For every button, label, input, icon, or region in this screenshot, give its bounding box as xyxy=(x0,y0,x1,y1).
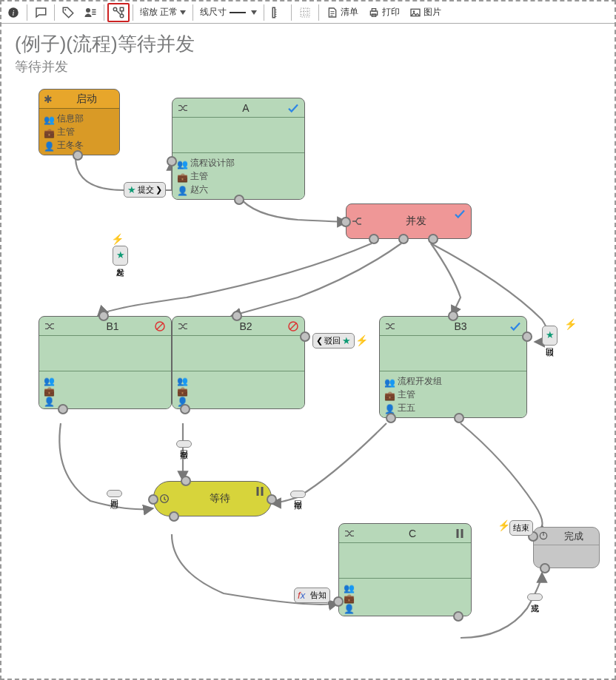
flow-view-button[interactable] xyxy=(107,3,130,22)
edge-label-notify[interactable]: fx 告知 xyxy=(294,588,330,603)
toolbar: i 缩放 正常 线尺寸 清单 打印 图片 xyxy=(1,1,615,24)
chevron-down-icon xyxy=(251,10,257,15)
comment-icon xyxy=(34,6,47,19)
role-icon: 💼 xyxy=(44,127,54,137)
user-icon: 👤 xyxy=(44,140,54,150)
edge-label-end[interactable]: 结束 xyxy=(509,520,533,536)
line-size-label: 线尺寸 xyxy=(200,6,227,18)
image-button[interactable]: 图片 xyxy=(405,3,445,22)
node-fork[interactable]: 并发 xyxy=(346,203,472,239)
node-b1[interactable]: B1 👥 💼 👤 xyxy=(38,316,172,409)
svg-text:i: i xyxy=(13,8,15,16)
svg-rect-10 xyxy=(273,7,275,18)
workflow-editor: i 缩放 正常 线尺寸 清单 打印 图片 (例子)(流程)等待并发 等待并发 xyxy=(0,0,616,680)
svg-rect-4 xyxy=(92,9,96,10)
node-title: A xyxy=(192,102,300,114)
info-button[interactable]: i xyxy=(3,3,24,22)
user-list-icon xyxy=(84,6,97,19)
role-icon: 💼 xyxy=(177,171,187,181)
node-title: 启动 xyxy=(58,92,115,106)
group-icon: 👥 xyxy=(177,158,187,168)
node-wait[interactable]: 等待 xyxy=(153,481,272,516)
shuffle-icon xyxy=(177,102,189,114)
user-icon: 👤 xyxy=(344,602,354,613)
assign-button[interactable] xyxy=(80,3,101,22)
zoom-select[interactable]: 缩放 正常 xyxy=(136,3,190,22)
chevron-right-icon: ❯ xyxy=(155,185,162,195)
edge-label-initiate[interactable]: ★发起 xyxy=(113,246,128,266)
node-b3[interactable]: B3 👥流程开发组 💼主管 👤王五 xyxy=(379,316,527,418)
zoom-label: 缩放 xyxy=(140,6,158,18)
svg-rect-23 xyxy=(457,529,459,538)
role-icon: 💼 xyxy=(344,592,354,602)
svg-point-2 xyxy=(64,9,66,10)
tag-button[interactable] xyxy=(58,3,78,22)
check-icon xyxy=(287,101,300,115)
info-icon: i xyxy=(7,6,20,19)
svg-rect-22 xyxy=(261,487,264,496)
print-icon xyxy=(367,6,381,19)
svg-rect-21 xyxy=(257,487,259,496)
zoom-value: 正常 xyxy=(160,6,178,18)
role-icon: 💼 xyxy=(177,385,187,395)
asterisk-icon: ✱ xyxy=(44,93,56,105)
flow-canvas[interactable]: (例子)(流程)等待并发 等待并发 xyxy=(1,24,615,679)
shuffle-icon xyxy=(384,320,396,332)
node-title: B1 xyxy=(58,320,167,332)
star-icon: ★ xyxy=(127,184,136,195)
edge-label-submit[interactable]: ★提交❯ xyxy=(124,182,166,198)
edge-label-reject-b2[interactable]: ❮驳回★ xyxy=(312,333,355,349)
line-size-select[interactable]: 线尺寸 xyxy=(196,3,261,22)
tag-icon xyxy=(61,6,75,19)
star-icon: ★ xyxy=(544,329,555,340)
node-title: B3 xyxy=(399,320,522,332)
edge-label-finish[interactable]: 完成 xyxy=(527,593,543,601)
svg-line-19 xyxy=(290,323,297,330)
edge-label-agree[interactable]: 同意 xyxy=(107,490,122,497)
node-b2[interactable]: B2 👥 💼 👤 xyxy=(172,316,305,409)
print-label: 打印 xyxy=(382,6,400,18)
user-icon: 👤 xyxy=(177,184,187,195)
grid-button[interactable] xyxy=(295,3,315,22)
node-done[interactable]: 完成 xyxy=(533,527,600,568)
role-icon: 💼 xyxy=(44,385,54,395)
ruler-button[interactable] xyxy=(267,3,288,22)
print-button[interactable]: 打印 xyxy=(364,3,404,22)
group-icon: 👥 xyxy=(344,582,354,592)
line-sample-icon xyxy=(230,12,246,13)
page-title: (例子)(流程)等待并发 xyxy=(15,31,195,57)
svg-line-17 xyxy=(157,323,164,330)
group-icon: 👥 xyxy=(177,374,187,385)
node-a[interactable]: A 👥流程设计部 💼主管 👤赵六 xyxy=(172,98,305,200)
grid-icon xyxy=(298,6,312,19)
pause-icon xyxy=(453,527,466,540)
user-icon: 👤 xyxy=(384,403,395,413)
chevron-down-icon xyxy=(180,10,186,15)
node-title: C xyxy=(358,528,466,539)
bolt-icon: ⚡ xyxy=(498,519,510,531)
list-button[interactable]: 清单 xyxy=(322,3,362,22)
node-title: 并发 xyxy=(366,215,466,228)
edge-label-recall-b3[interactable]: 撤回 xyxy=(290,491,306,498)
edge-label-recall-b2[interactable]: 回撤 xyxy=(176,440,192,448)
image-label: 图片 xyxy=(424,6,441,18)
bolt-icon: ⚡ xyxy=(564,318,577,330)
list-label: 清单 xyxy=(341,6,358,18)
shuffle-icon xyxy=(44,320,56,332)
image-icon xyxy=(409,6,422,19)
svg-rect-9 xyxy=(120,7,124,11)
svg-rect-6 xyxy=(92,13,96,15)
node-c[interactable]: C 👥 💼 👤 xyxy=(338,523,472,616)
star-icon: ★ xyxy=(342,335,351,346)
group-icon: 👥 xyxy=(44,113,54,124)
edge-label-reject-b3[interactable]: ★驳回 xyxy=(542,326,558,346)
shuffle-icon xyxy=(177,320,189,332)
check-icon xyxy=(509,320,522,333)
comments-button[interactable] xyxy=(30,3,51,22)
group-icon: 👥 xyxy=(44,374,54,385)
power-icon xyxy=(538,531,550,542)
node-start[interactable]: ✱启动 👥信息部 💼主管 👤王冬冬 xyxy=(38,89,120,155)
svg-rect-5 xyxy=(92,11,96,13)
bolt-icon: ⚡ xyxy=(355,334,368,346)
clock-icon xyxy=(158,493,170,505)
